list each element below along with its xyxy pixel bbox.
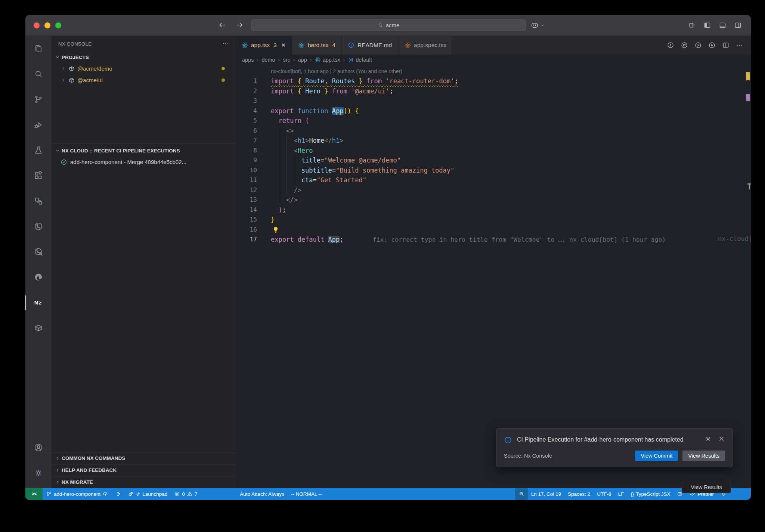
section-nx-migrate[interactable]: NX MIGRATE — [52, 476, 235, 488]
activity-item-run-debug[interactable] — [25, 112, 52, 137]
toggle-sidebar-icon[interactable] — [703, 21, 711, 29]
eol-label: LF — [618, 491, 624, 497]
status-line-col[interactable]: Ln 17, Col 19 — [528, 488, 564, 500]
zoom-window-button[interactable] — [55, 22, 61, 28]
project-item[interactable]: @acme/demo — [52, 63, 235, 74]
tab-app.spec.tsx[interactable]: app.spec.tsx — [398, 36, 453, 55]
chevron-down-icon — [540, 22, 545, 28]
status-pipeline[interactable] — [112, 488, 124, 500]
activity-item-nx[interactable]: N≥ — [25, 290, 52, 315]
line-number: 13 — [235, 195, 271, 205]
code-line-3: 3 — [235, 96, 751, 106]
zoom-out-icon — [518, 491, 524, 497]
go-forward-icon[interactable] — [694, 41, 702, 49]
run-debug-icon — [34, 120, 43, 130]
cloud-list: add-hero-component - Merge 409b44e5cb02.… — [52, 156, 235, 168]
activity-item-settings-gear[interactable] — [25, 460, 52, 486]
breadcrumb-item-apps[interactable]: apps — [242, 57, 254, 63]
line-number: 8 — [235, 146, 271, 156]
section-label: NX CLOUD :: RECENT CI PIPELINE EXECUTION… — [62, 148, 180, 154]
tab-app.tsx[interactable]: app.tsx3✕ — [235, 36, 292, 55]
notification-settings-icon[interactable] — [704, 435, 712, 442]
activity-item-pipeline-search[interactable] — [25, 239, 52, 265]
line-number: 4 — [235, 106, 271, 116]
line-number: 5 — [235, 116, 271, 126]
breadcrumb-item-demo[interactable]: demo — [261, 57, 275, 63]
view-commit-button[interactable]: View Commit — [635, 451, 678, 461]
chevron-right-sm-icon — [55, 467, 61, 473]
breadcrumb-item-src[interactable]: src — [283, 57, 290, 63]
more-actions-icon[interactable] — [222, 40, 229, 47]
tab-close-icon[interactable]: ✕ — [281, 42, 286, 49]
status-branch[interactable]: add-hero-component — [43, 488, 112, 500]
activity-item-search[interactable] — [25, 61, 52, 87]
package-icon — [68, 65, 75, 72]
tab-list: app.tsx3✕hero.tsx4README.mdapp.spec.tsx — [235, 36, 453, 55]
status-problems[interactable]: 0 7 — [171, 488, 201, 500]
activity-item-container[interactable] — [25, 315, 52, 341]
view-results-button[interactable]: View Results — [682, 451, 725, 461]
status-launchpad[interactable]: Launchpad — [124, 488, 171, 500]
navigate-back-icon[interactable] — [218, 21, 227, 30]
breadcrumb-label: app.tsx — [323, 57, 340, 63]
project-item[interactable]: @acme/ui — [52, 74, 235, 86]
activity-item-extensions[interactable] — [25, 163, 52, 188]
navigate-forward-icon[interactable] — [235, 21, 244, 30]
line-number: 17 — [235, 235, 271, 245]
tab-README.md[interactable]: README.md — [342, 36, 398, 55]
view-results-tooltip: View Results — [682, 481, 731, 493]
close-window-button[interactable] — [34, 22, 40, 28]
status-auto-attach[interactable]: Auto Attach: Always — [236, 488, 288, 500]
section-common-nx-commands[interactable]: COMMON NX COMMANDS — [52, 452, 235, 464]
close-icon[interactable] — [718, 435, 725, 442]
status-language[interactable]: {} TypeScript JSX — [627, 488, 673, 500]
remote-indicator[interactable]: >< — [25, 488, 43, 500]
testing-icon — [34, 145, 43, 155]
more-actions-icon[interactable] — [736, 41, 743, 49]
activity-item-references[interactable] — [25, 188, 52, 214]
spaces-label: Spaces: 2 — [568, 491, 590, 497]
section-nx-cloud[interactable]: NX CLOUD :: RECENT CI PIPELINE EXECUTION… — [52, 145, 235, 156]
breadcrumb-item-app[interactable]: app — [298, 57, 307, 63]
status-encoding[interactable]: UTF-8 — [594, 488, 614, 500]
section-label: HELP AND FEEDBACK — [62, 467, 117, 473]
line-content: <h1>Home</h1> — [271, 136, 344, 146]
breadcrumb-item-default[interactable]: default — [348, 57, 372, 63]
minimize-window-button[interactable] — [44, 22, 50, 28]
toggle-panel-icon[interactable] — [719, 21, 727, 29]
activity-item-testing[interactable] — [25, 137, 52, 163]
breadcrumb-item-app.tsx[interactable]: app.tsx — [315, 57, 340, 63]
customize-layout-icon[interactable] — [688, 21, 696, 29]
go-back-icon[interactable] — [667, 41, 674, 49]
pipeline-execution-item[interactable]: add-hero-component - Merge 409b44e5cb02.… — [52, 156, 235, 168]
window-controls — [34, 22, 61, 28]
split-editor-icon[interactable] — [722, 41, 730, 49]
activity-item-edge[interactable] — [25, 265, 52, 290]
react-icon — [298, 42, 305, 49]
copilot-menu[interactable] — [530, 21, 545, 30]
run-file-icon[interactable] — [708, 41, 716, 49]
activity-item-source-control[interactable] — [25, 87, 52, 112]
status-indentation[interactable]: Spaces: 2 — [564, 488, 594, 500]
line-content: title="Welcome @acme/demo" — [271, 155, 401, 166]
activity-item-account[interactable] — [25, 435, 52, 460]
command-center-search[interactable]: acme — [251, 19, 526, 31]
status-eol[interactable]: LF — [614, 488, 627, 500]
code-editor[interactable]: nx-cloud[bot], 1 hour ago | 2 authors (Y… — [235, 65, 751, 245]
breadcrumb-separator: › — [343, 57, 345, 63]
line-number: 2 — [235, 86, 271, 96]
activity-item-explorer[interactable] — [25, 36, 52, 61]
line-content: export function App() { — [271, 106, 359, 116]
quick-fix-lightbulb-icon[interactable] — [272, 226, 279, 233]
line-number: 6 — [235, 126, 271, 136]
copilot-icon — [530, 21, 539, 30]
chevron-right-sm-icon — [61, 66, 66, 71]
activity-item-pipeline-circle[interactable] — [25, 214, 52, 239]
tab-hero.tsx[interactable]: hero.tsx4 — [292, 36, 342, 55]
toggle-secondary-sidebar-icon[interactable] — [734, 21, 742, 29]
section-help-and-feedback[interactable]: HELP AND FEEDBACK — [52, 464, 235, 476]
status-zoom[interactable] — [515, 488, 528, 500]
target-icon[interactable] — [681, 41, 688, 49]
pipeline-circle-icon — [34, 222, 43, 231]
section-projects[interactable]: PROJECTS — [52, 52, 235, 63]
